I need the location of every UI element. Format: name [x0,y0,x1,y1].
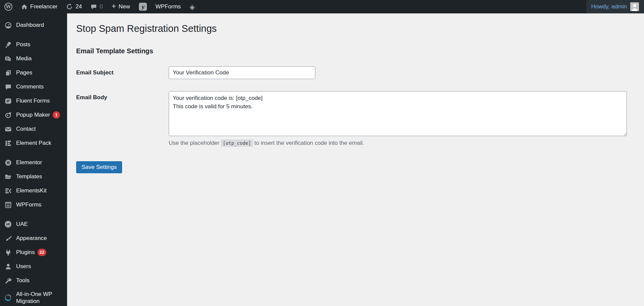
elementor-icon [4,159,12,167]
email-subject-label: Email Subject [76,69,169,76]
main-content: Stop Spam Registration Settings Email Te… [67,13,644,306]
sidebar-item-label: WPForms [16,201,42,208]
comment-icon [4,83,12,91]
comments-count: 0 [100,3,103,10]
site-name-label: Freelancer [30,3,57,10]
sidebar-item-label: Plugins [16,249,35,256]
sidebar-item-element-pack[interactable]: Element Pack [0,136,67,150]
sidebar-item-label: Templates [16,173,42,180]
updates-count: 24 [75,3,82,10]
sidebar-item-posts[interactable]: Posts [0,38,67,52]
sidebar-item-elementor[interactable]: Elementor [0,156,67,170]
user-icon [4,262,12,270]
element-pack-admin-bar-menu[interactable]: ◈ [185,0,199,13]
sidebar-item-appearance[interactable]: Appearance [0,231,67,245]
sidebar-item-popup-maker[interactable]: Popup Maker 1 [0,108,67,122]
element-pack-diamond-icon: ◈ [190,3,195,10]
email-body-textarea[interactable]: Your verification code is: [otp_code] Th… [169,91,627,136]
svg-text:UE: UE [6,223,10,226]
updates-icon [66,3,73,10]
section-title: Email Template Settings [76,47,635,55]
sidebar-item-fluent-forms[interactable]: Fluent Forms [0,94,67,108]
sidebar-item-label: ElementsKit [16,187,47,194]
account-menu[interactable]: Howdy, admin [586,0,644,13]
save-settings-button[interactable]: Save Settings [76,161,122,173]
sidebar-item-templates[interactable]: Templates [0,170,67,184]
email-subject-input[interactable] [169,66,315,79]
sidebar-item-label: Element Pack [16,139,51,146]
wrench-icon [4,277,12,285]
sidebar-item-label: UAE [16,221,28,228]
sidebar-item-wpforms[interactable]: WPForms [0,198,67,212]
comments-icon [91,4,97,10]
sidebar-item-uae[interactable]: UE UAE [0,217,67,231]
dashboard-icon [4,21,12,29]
email-subject-row: Email Subject [76,66,635,79]
brush-icon [4,234,12,242]
sidebar-item-users[interactable]: Users [0,259,67,273]
avatar [630,2,639,11]
email-template-form: Email Subject Email Body Your verificati… [76,66,635,173]
sidebar-item-label: Users [16,263,31,270]
uae-icon: UE [4,220,12,228]
pages-icon [4,69,12,77]
home-icon [21,4,28,10]
placeholder-helper-text: Use the placeholder[otp_code]to insert t… [169,140,635,146]
sidebar-item-all-in-one-wp-migration[interactable]: All-in-One WP Migration [0,288,67,306]
sidebar-item-label: Pages [16,69,32,76]
wpforms-icon [4,201,12,209]
site-name-link[interactable]: Freelancer [17,0,62,13]
migration-icon [4,294,12,302]
sidebar-item-pages[interactable]: Pages [0,66,67,80]
yoast-icon: y [139,3,147,11]
plugin-icon [4,248,12,256]
plus-icon: + [112,3,116,10]
new-content-button[interactable]: + New [107,0,135,13]
otp-code-token: [otp_code] [221,139,253,147]
sidebar-item-label: Comments [16,83,44,90]
wpforms-admin-bar-label: WPForms [156,3,181,10]
howdy-label: Howdy, admin [591,3,627,10]
elementskit-icon [4,187,12,195]
sidebar-item-label: Media [16,55,32,62]
sidebar-item-label: Popup Maker [16,111,50,118]
camera-icon [4,55,12,63]
sidebar-item-label: Contact [16,125,36,132]
email-body-row: Email Body Your verification code is: [o… [76,91,635,146]
page-title: Stop Spam Registration Settings [76,22,635,35]
sidebar-item-label: All-in-One WP Migration [16,291,64,305]
sidebar-item-plugins[interactable]: Plugins 22 [0,245,67,259]
sidebar-item-label: Elementor [16,159,42,166]
helper-prefix: Use the placeholder [169,140,219,146]
envelope-icon [4,125,12,133]
wordpress-logo-icon: W [4,3,12,11]
sidebar-item-label: Dashboard [16,21,44,28]
yoast-seo-menu[interactable]: y [135,0,151,13]
new-label: New [119,3,130,10]
folder-icon [4,173,12,181]
wordpress-menu-button[interactable]: W [0,0,17,13]
sidebar-item-media[interactable]: Media [0,52,67,66]
wpforms-admin-bar-menu[interactable]: WPForms [151,0,185,13]
sidebar-item-comments[interactable]: Comments [0,80,67,94]
updates-link[interactable]: 24 [62,0,86,13]
sidebar-separator [0,32,67,38]
sidebar-item-label: Appearance [16,235,47,242]
popup-maker-icon [4,111,12,119]
comments-link[interactable]: 0 [86,0,107,13]
sidebar-item-elementskit[interactable]: ElementsKit [0,184,67,198]
sidebar-item-dashboard[interactable]: Dashboard [0,18,67,32]
sidebar-separator [0,150,67,156]
element-pack-icon [4,139,12,147]
sidebar-item-contact[interactable]: Contact [0,122,67,136]
email-body-label: Email Body [76,91,169,101]
pushpin-icon [4,41,12,49]
popup-maker-badge: 1 [53,111,60,119]
admin-bar: W Freelancer 24 0 + New y WPF [0,0,644,13]
sidebar-item-label: Posts [16,41,31,48]
sidebar: Dashboard Posts Media Pages Comments Flu… [0,13,67,306]
sidebar-separator [0,212,67,217]
fluent-forms-icon [4,97,12,105]
sidebar-item-label: Fluent Forms [16,97,50,104]
sidebar-item-tools[interactable]: Tools [0,273,67,288]
